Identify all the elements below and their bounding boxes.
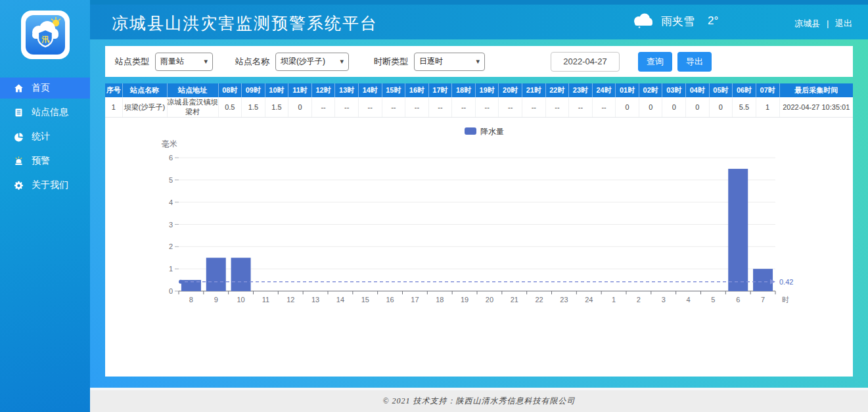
table-cell: 1 (105, 97, 122, 118)
table-header-cell: 20时 (499, 83, 522, 97)
x-tick-label: 10 (237, 296, 244, 304)
export-button[interactable]: 导出 (677, 52, 712, 72)
table-cell: -- (592, 97, 616, 118)
chevron-down-icon: ▾ (340, 57, 344, 66)
table-cell: -- (335, 97, 359, 118)
sidebar-item-label: 预警 (32, 155, 50, 167)
table-header-cell: 01时 (616, 83, 639, 97)
x-tick-label: 19 (461, 296, 468, 304)
app-logo: 汛 (0, 0, 90, 59)
x-axis-unit: 时 (782, 296, 789, 304)
x-tick-label: 12 (286, 296, 294, 304)
table-cell: 0 (662, 97, 686, 118)
station-name-select[interactable]: 坝梁(沙乎子) ▾ (275, 53, 349, 71)
table-row: 1坝梁(沙乎子)凉城县蛮汉镇坝梁村0.51.51.50-------------… (105, 97, 853, 118)
table-header-cell: 19时 (475, 83, 499, 97)
table-cell: -- (522, 97, 546, 118)
bar-6[interactable] (728, 169, 748, 291)
table-cell: 5.5 (733, 97, 756, 118)
period-type-select[interactable]: 日逐时 ▾ (414, 53, 485, 71)
bar-7[interactable] (753, 269, 773, 291)
table-cell: 2022-04-27 10:35:01 (779, 97, 853, 118)
y-tick-label: 1 (169, 265, 173, 273)
table-header-cell: 站点名称 (122, 83, 167, 97)
station-info-icon (13, 107, 24, 118)
sidebar-item-4[interactable]: 关于我们 (0, 175, 90, 196)
station-name-value: 坝梁(沙乎子) (281, 56, 325, 67)
station-type-label: 站点类型 (115, 56, 149, 68)
table-header-cell: 15时 (382, 83, 405, 97)
copyright-text: © 2021 技术支持：陕西山清水秀信息科技有限公司 (382, 396, 575, 407)
table-cell: 1.5 (265, 97, 288, 118)
x-tick-label: 16 (386, 296, 394, 304)
x-tick-label: 15 (361, 296, 369, 304)
bar-10[interactable] (231, 258, 251, 291)
table-header-cell: 17时 (428, 83, 452, 97)
x-tick-label: 14 (336, 296, 344, 304)
table-header-cell: 03时 (662, 83, 686, 97)
table-cell: -- (452, 97, 476, 118)
y-tick-label: 6 (169, 154, 173, 162)
date-input[interactable] (551, 52, 620, 72)
table-cell: -- (358, 97, 382, 118)
table-cell: -- (405, 97, 429, 118)
header: 凉城县山洪灾害监测预警系统平台 雨夹雪 2° 凉城县 | 退出 (90, 5, 868, 39)
x-tick-label: 2 (637, 296, 641, 304)
sidebar-item-label: 统计 (32, 131, 50, 143)
table-cell: -- (311, 97, 335, 118)
table-header-cell: 12时 (311, 83, 335, 97)
legend-swatch[interactable] (465, 127, 476, 135)
markline-start-dot (179, 280, 183, 284)
table-header-cell: 13时 (335, 83, 359, 97)
table-cell: -- (499, 97, 522, 118)
region-link[interactable]: 凉城县 (794, 18, 820, 28)
table-cell: -- (382, 97, 405, 118)
logout-link[interactable]: 退出 (835, 18, 852, 28)
about-icon (13, 180, 24, 191)
x-tick-label: 9 (214, 296, 218, 304)
table-cell: -- (475, 97, 499, 118)
rainfall-bar-chart: 降水量毫米01234568910111213141516171819202122… (105, 116, 853, 333)
sidebar-item-label: 关于我们 (32, 179, 68, 191)
chevron-down-icon: ▾ (204, 57, 208, 66)
y-tick-label: 3 (169, 221, 173, 229)
markline-label: 0.42 (779, 278, 793, 286)
sidebar-item-1[interactable]: 站点信息 (0, 102, 90, 123)
table-header-cell: 02时 (639, 83, 662, 97)
x-tick-label: 17 (411, 296, 419, 304)
bar-9[interactable] (206, 258, 226, 291)
weather-label: 雨夹雪 (661, 14, 695, 29)
table-cell: 1.5 (242, 97, 265, 118)
table-cell: 0 (709, 97, 733, 118)
table-header-cell: 16时 (405, 83, 429, 97)
table-cell: 0 (288, 97, 312, 118)
home-icon (13, 83, 24, 94)
query-button[interactable]: 查询 (638, 52, 672, 72)
sidebar-item-3[interactable]: 预警 (0, 150, 90, 172)
sidebar-menu: 首页站点信息统计预警关于我们 (0, 78, 90, 196)
table-header-cell: 09时 (242, 83, 265, 97)
x-tick-label: 11 (262, 296, 269, 304)
x-tick-label: 22 (535, 296, 543, 304)
sidebar-item-2[interactable]: 统计 (0, 126, 90, 147)
footer: © 2021 技术支持：陕西山清水秀信息科技有限公司 (90, 388, 868, 412)
table-cell: 凉城县蛮汉镇坝梁村 (167, 97, 218, 118)
warning-icon (13, 156, 24, 167)
y-tick-label: 5 (169, 176, 173, 184)
weather-temp: 2° (708, 14, 718, 28)
x-tick-label: 24 (585, 296, 593, 304)
table-header-cell: 24时 (592, 83, 616, 97)
table-header-cell: 最后采集时间 (779, 83, 853, 97)
legend-label[interactable]: 降水量 (480, 127, 504, 136)
station-type-select[interactable]: 雨量站 ▾ (155, 53, 213, 71)
x-tick-label: 1 (612, 296, 616, 304)
main-area: 凉城县山洪灾害监测预警系统平台 雨夹雪 2° 凉城县 | 退出 站点类型 (90, 0, 868, 412)
table-header-cell: 序号 (105, 83, 122, 97)
table-header-cell: 10时 (265, 83, 288, 97)
station-type-value: 雨量站 (160, 56, 184, 67)
page: 汛 首页站点信息统计预警关于我们 凉城县山洪灾害监测预警系统平台 雨夹雪 2° … (0, 0, 868, 412)
sidebar: 汛 首页站点信息统计预警关于我们 (0, 0, 90, 412)
table-header-cell: 站点地址 (167, 83, 218, 97)
logo-icon: 汛 (21, 11, 70, 59)
sidebar-item-0[interactable]: 首页 (0, 78, 90, 99)
